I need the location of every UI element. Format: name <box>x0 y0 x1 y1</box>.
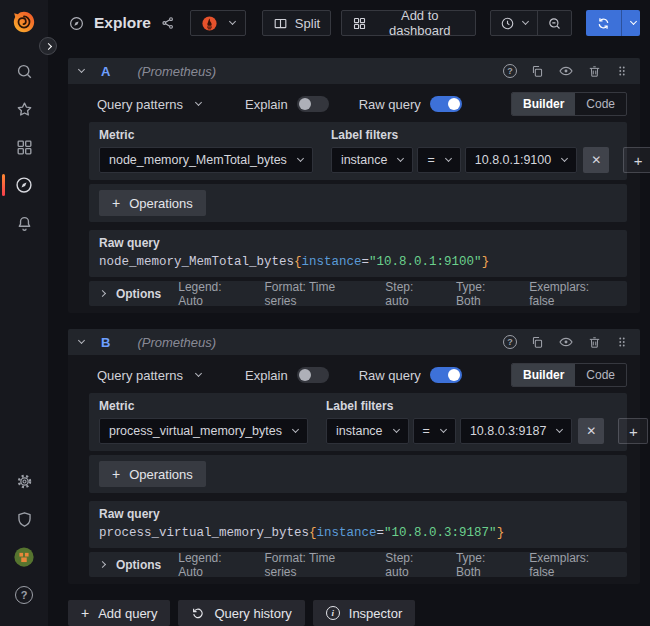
filter-key-select[interactable]: instance <box>331 147 414 173</box>
toggle-visibility-button[interactable] <box>558 334 574 350</box>
duplicate-query-button[interactable] <box>530 335 545 350</box>
prometheus-icon <box>201 15 218 32</box>
chevron-down-icon <box>630 18 637 25</box>
sidebar-item-starred[interactable] <box>0 90 48 128</box>
grafana-logo-icon[interactable] <box>11 9 37 35</box>
page-title-wrap: Explore <box>68 14 176 32</box>
remove-filter-button[interactable]: ✕ <box>583 147 609 173</box>
code-mode-tab[interactable]: Code <box>575 93 626 115</box>
search-icon <box>15 62 34 81</box>
builder-mode-tab[interactable]: Builder <box>512 364 575 386</box>
option-format: Format: Time series <box>265 551 369 579</box>
metric-value: process_virtual_memory_bytes <box>109 424 282 438</box>
remove-filter-button[interactable]: ✕ <box>578 418 604 444</box>
raw-query-box: Raw query node_memory_MemTotal_bytes{ins… <box>89 230 627 277</box>
remove-query-button[interactable] <box>587 335 602 350</box>
filter-operator-select[interactable]: = <box>417 147 460 173</box>
query-patterns-dropdown[interactable]: Query patterns <box>89 368 209 383</box>
query-help-button[interactable]: ? <box>503 335 517 349</box>
option-type: Type: Both <box>456 551 512 579</box>
explain-toggle-wrap: Explain <box>245 367 329 383</box>
collapse-chevron-icon[interactable] <box>78 66 85 73</box>
sidebar-item-search[interactable] <box>0 52 48 90</box>
filter-value: 10.8.0.1:9100 <box>475 153 551 167</box>
refresh-button[interactable] <box>586 10 621 36</box>
user-avatar <box>13 546 35 568</box>
shield-icon <box>15 510 34 529</box>
add-filter-button[interactable]: + <box>623 147 650 173</box>
add-filter-button[interactable]: + <box>618 418 648 444</box>
sidebar-item-configuration[interactable] <box>0 462 48 500</box>
collapse-chevron-icon[interactable] <box>78 337 85 344</box>
query-history-button[interactable]: Query history <box>178 600 304 626</box>
drag-grip-icon[interactable] <box>615 335 629 349</box>
sidebar-item-explore[interactable] <box>0 166 48 204</box>
filter-operator-value: = <box>423 424 430 438</box>
plus-icon: + <box>81 605 89 621</box>
sidebar-item-server-admin[interactable] <box>0 500 48 538</box>
query-patterns-dropdown[interactable]: Query patterns <box>89 97 209 112</box>
plus-icon: + <box>112 466 120 482</box>
refresh-interval-dropdown[interactable] <box>621 10 640 36</box>
share-icon[interactable] <box>160 15 176 31</box>
metric-filters-box: Metric process_virtual_memory_bytes Labe… <box>89 393 627 451</box>
query-help-button[interactable]: ? <box>503 64 517 78</box>
split-icon <box>273 16 288 31</box>
operations-label: Operations <box>129 467 193 482</box>
explain-toggle[interactable] <box>297 96 329 112</box>
explain-label: Explain <box>245 368 288 383</box>
option-legend: Legend: Auto <box>178 280 247 308</box>
code-metric: node_memory_MemTotal_bytes <box>99 255 294 269</box>
option-exemplars: Exemplars: false <box>529 551 616 579</box>
help-question-icon: ? <box>15 586 33 604</box>
filter-operator-select[interactable]: = <box>413 418 456 444</box>
raw-query-toggle[interactable] <box>430 96 462 112</box>
filter-value-select[interactable]: 10.8.0.1:9100 <box>465 147 577 173</box>
metric-select[interactable]: process_virtual_memory_bytes <box>99 418 308 444</box>
code-open-brace: { <box>294 255 302 269</box>
add-operation-button[interactable]: + Operations <box>99 461 206 487</box>
remove-query-button[interactable] <box>587 64 602 79</box>
code-mode-tab[interactable]: Code <box>575 364 626 386</box>
add-to-dashboard-button[interactable]: Add to dashboard <box>341 10 476 36</box>
query-editor-body: Query patterns Explain Raw query Builder… <box>68 355 640 584</box>
raw-query-box: Raw query process_virtual_memory_bytes{i… <box>89 501 627 548</box>
add-operation-button[interactable]: + Operations <box>99 190 206 216</box>
drag-grip-icon[interactable] <box>615 64 629 78</box>
sidebar-item-alerting[interactable] <box>0 204 48 242</box>
explain-toggle[interactable] <box>297 367 329 383</box>
sidebar-expand-button[interactable] <box>39 37 57 55</box>
filter-value-select[interactable]: 10.8.0.3:9187 <box>460 418 572 444</box>
chevron-down-icon <box>297 155 304 162</box>
option-legend: Legend: Auto <box>178 551 247 579</box>
option-exemplars: Exemplars: false <box>529 280 616 308</box>
gear-icon <box>15 472 34 491</box>
sidebar-item-profile[interactable] <box>0 538 48 576</box>
query-editor-body: Query patterns Explain Raw query Builder… <box>68 84 640 313</box>
add-query-button[interactable]: + Add query <box>68 600 170 626</box>
chevron-down-icon <box>522 18 529 25</box>
explain-toggle-wrap: Explain <box>245 96 329 112</box>
inspector-button[interactable]: i Inspector <box>313 600 415 626</box>
query-row-header[interactable]: B (Prometheus) ? <box>68 329 640 355</box>
duplicate-query-button[interactable] <box>530 64 545 79</box>
sidebar-item-dashboards[interactable] <box>0 128 48 166</box>
query-history-label: Query history <box>214 606 291 621</box>
query-options-row[interactable]: Options Legend: Auto Format: Time series… <box>89 552 627 577</box>
metric-select[interactable]: node_memory_MemTotal_bytes <box>99 147 313 173</box>
datasource-picker[interactable] <box>190 10 246 36</box>
zoom-out-button[interactable] <box>537 11 571 35</box>
query-options-row[interactable]: Options Legend: Auto Format: Time series… <box>89 281 627 306</box>
filter-key-select[interactable]: instance <box>326 418 409 444</box>
code-label-name: instance <box>317 526 377 540</box>
time-range-picker[interactable] <box>491 11 537 35</box>
builder-mode-tab[interactable]: Builder <box>512 93 575 115</box>
split-button[interactable]: Split <box>262 10 331 36</box>
raw-query-toggle[interactable] <box>430 367 462 383</box>
query-row-header[interactable]: A (Prometheus) ? <box>68 58 640 84</box>
sidebar-item-help[interactable]: ? <box>0 576 48 614</box>
label-filters-field: Label filters instance = 10.8. <box>326 400 648 444</box>
toggle-visibility-button[interactable] <box>558 63 574 79</box>
operations-label: Operations <box>129 196 193 211</box>
raw-query-toggle-wrap: Raw query <box>359 367 462 383</box>
